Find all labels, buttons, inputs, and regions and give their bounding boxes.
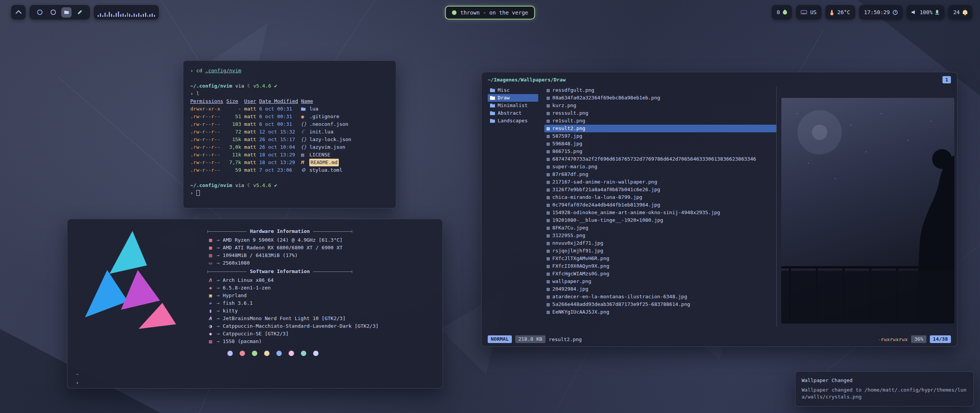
file-name-cell: lazy-lock.json	[301, 136, 389, 143]
keyboard-layout-label: US	[810, 9, 817, 15]
arrow-icon: →	[217, 252, 220, 259]
audio-visualizer[interactable]	[94, 5, 159, 20]
file-permissions: .rw-r--r--	[190, 120, 223, 128]
volume-module[interactable]: 100%	[906, 5, 944, 20]
image-file-icon: ▨	[547, 255, 550, 262]
file-list-item[interactable]: ▨ nnvuv0xj2df71.jpg	[544, 239, 776, 247]
notification-title: Wallpaper Changed	[802, 377, 967, 384]
file-date: 7 oct 23:06	[259, 166, 298, 174]
image-file-icon: ▨	[547, 270, 550, 278]
ls-header-row: Permissions Size User Date Modified Name	[190, 98, 389, 105]
file-owner: matt	[244, 128, 256, 136]
file-list-item[interactable]: ▨ 3122955.png	[544, 232, 776, 239]
file-list-item[interactable]: ▨ 154928-odinokoe_anime-art-anime-okno-s…	[544, 209, 776, 216]
file-name: stylua.toml	[309, 166, 342, 174]
file-list-item[interactable]: ▨ FXfcJlTXgAMvH6R.png	[544, 255, 776, 262]
tab-badge[interactable]: 1	[942, 76, 951, 83]
file-list-item[interactable]: ▨ 19201080-__blue-tinge__-1920×1080.jpg	[544, 216, 776, 224]
file-list-item[interactable]: ▨ 866715.png	[544, 148, 776, 155]
file-list-item[interactable]: ▨ 217167-sad-anime-rain-wallpaper.png	[544, 178, 776, 186]
fetch-row: → AMD Ryzen 9 5900X (24) @ 4.9GHz [61.3°…	[207, 236, 434, 244]
file-manager-window[interactable]: ~/Imagenes/Wallpapers/Draw 1 Misc Draw	[481, 72, 957, 347]
ls-row: .rw-r--r-- 15k matt 26 oct 15:17 lazy-lo…	[190, 136, 389, 143]
spec-icon	[207, 276, 214, 284]
file-list-item[interactable]: ▨ ressdfgult.png	[544, 86, 776, 94]
topbar-center: thrown - on the verge	[445, 6, 535, 20]
sidebar-folder-item[interactable]: Draw	[488, 94, 538, 102]
notification-popup[interactable]: Wallpaper Changed Wallpaper changed to /…	[795, 371, 974, 406]
image-file-icon: ▨	[547, 109, 550, 117]
file-permissions: .rw-r--r--	[190, 136, 223, 143]
launcher-button[interactable]	[11, 5, 26, 20]
file-list-item[interactable]: ▨ 0c794faf07de24a4db4d4fb1eb813964.jpg	[544, 201, 776, 209]
prompt-symbol[interactable]: ›	[76, 379, 79, 387]
notifications-module[interactable]: 24	[948, 5, 972, 20]
ls-row: .rw-r--r-- 72 matt 12 oct 15:32 init.lua	[190, 128, 389, 136]
file-list-item[interactable]: ▨ FXfcHgcWIAMzs0G.png	[544, 270, 776, 278]
workspace-button[interactable]	[61, 7, 72, 18]
file-list-item[interactable]: ▨ rsjqojlmjhf91.jpg	[544, 247, 776, 255]
file-list-item[interactable]: ▨ atardecer-en-la-montanas-ilustracion-6…	[544, 293, 776, 301]
file-list-item[interactable]: ▨ 587597.jpg	[544, 132, 776, 140]
file-list-item[interactable]: ▨ 3126f7e9bbf21a8a4af0b67b041c6e26.jpg	[544, 186, 776, 193]
file-list-item[interactable]: ▨ 8FKa7Cu.jpeg	[544, 224, 776, 232]
terminal-window[interactable]: › cd .config/nvim ~/.config/nvim via ☾ v…	[183, 60, 396, 208]
file-name: LICENSE	[309, 151, 330, 159]
clock-module[interactable]: 17:50:29	[859, 5, 903, 20]
fastfetch-window[interactable]: Hardware Information → AMD Ryzen 9 5900X…	[67, 219, 443, 389]
workspace-button[interactable]	[48, 7, 58, 18]
workspace-button[interactable]	[75, 7, 85, 18]
file-name: 19201080-__blue-tinge__-1920×1080.jpg	[552, 216, 663, 224]
fetch-row: → JetBrainsMono Nerd Font Light 10 [GTK2…	[207, 315, 434, 322]
file-list-item[interactable]: ▨ 68747470733a2f2f696d616765732d7769786d…	[544, 155, 776, 163]
shell-path: ~	[76, 371, 79, 378]
sidebar-folder-item[interactable]: Misc	[488, 86, 538, 94]
sidebar-folder-item[interactable]: Minimalist	[488, 102, 538, 109]
file-list-item[interactable]: ▨ wallpaper.png	[544, 278, 776, 285]
sidebar-folder-item[interactable]: Abstract	[488, 109, 538, 117]
file-list-item[interactable]: ▨ result2.png	[544, 125, 776, 132]
file-list-item[interactable]: ▨ resssult.png	[544, 109, 776, 117]
file-list-item[interactable]: ▨ super-mario.png	[544, 163, 776, 171]
spec-icon	[207, 244, 214, 252]
image-file-icon: ▨	[547, 224, 550, 232]
file-name: re1sult.png	[552, 117, 585, 125]
file-list-item[interactable]: ▨ EeNKYgIUcAAJ5JX.png	[544, 308, 776, 316]
file-list-item[interactable]: ▨ re1sult.png	[544, 117, 776, 125]
file-name-cell: lua	[301, 105, 389, 113]
fetch-row: → Catppuccin-Macchiato-Standard-Lavender…	[207, 322, 434, 330]
file-list-item[interactable]: ▨ kurz.png	[544, 102, 776, 109]
image-file-icon: ▨	[547, 232, 550, 239]
workspace-button[interactable]	[34, 7, 45, 18]
file-size: 72	[226, 128, 241, 136]
file-name-cell: .neoconf.json	[301, 120, 389, 128]
file-permissions: .rw-r--r--	[190, 166, 223, 174]
media-widget[interactable]: thrown - on the verge	[445, 6, 535, 20]
file-list-item[interactable]: ▨ 20492984.jpg	[544, 285, 776, 293]
temperature-module[interactable]: 26°C	[825, 5, 855, 20]
file-permissions: .rw-r--r--	[190, 143, 223, 151]
file-list-item[interactable]: ▨ FXfcII0X0AQyn9X.png	[544, 262, 776, 270]
spec-value: 1558 (pacman)	[223, 338, 262, 345]
sidebar-folder-item[interactable]: Landscapes	[488, 117, 538, 125]
spec-value: Arch Linux x86_64	[223, 276, 274, 284]
ls-row: .rw-r--r-- 7,7k matt 18 oct 13:29 README…	[190, 159, 389, 166]
file-name: .gitignore	[309, 113, 339, 120]
terminal-color-palette	[227, 351, 434, 356]
lua-moon-icon: ☾	[247, 182, 250, 188]
ls-header: Permissions	[190, 98, 223, 105]
updates-module[interactable]: 0	[772, 5, 792, 20]
arrow-icon: →	[217, 299, 220, 307]
file-owner: matt	[244, 120, 256, 128]
file-list-item[interactable]: ▨ chica-mirando-la-luna-8799.jpg	[544, 193, 776, 201]
file-list-item[interactable]: ▨ 596848.jpg	[544, 140, 776, 148]
file-permissions: .rw-r--r--	[190, 151, 223, 159]
file-list-item[interactable]: ▨ 08a634fa02a32364f69ebc86a98eb1eb.png	[544, 94, 776, 102]
file-list-item[interactable]: ▨ 87r687df.png	[544, 171, 776, 178]
check-icon: ✔	[274, 83, 277, 89]
palette-dot	[289, 351, 294, 356]
file-list-item[interactable]: ▨ 5a266e448add93deab367d87173e9f25-68378…	[544, 301, 776, 308]
keyboard-layout-module[interactable]: US	[796, 5, 822, 20]
terminal-input-line[interactable]: ›	[190, 189, 389, 197]
catppuccin-logo	[76, 227, 198, 356]
